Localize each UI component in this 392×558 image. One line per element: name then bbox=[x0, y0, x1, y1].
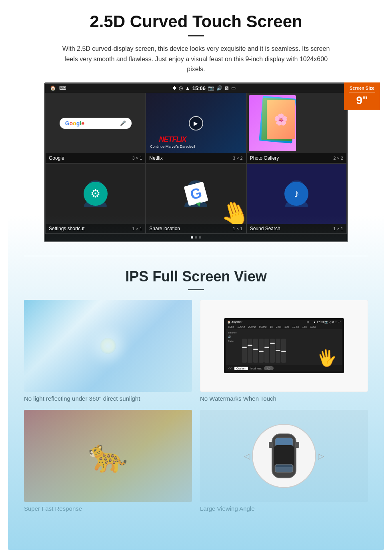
feature-grid: No light reflecting under 360° direct su… bbox=[24, 300, 368, 512]
netflix-branding: NETFLIX Continue Marvel's Daredevil bbox=[150, 135, 195, 149]
camera-icon: 📷 bbox=[208, 85, 214, 91]
google-app-label: Google bbox=[49, 155, 64, 161]
mini-eq-area: Balance 🔊 Fader bbox=[226, 329, 342, 365]
google-logo: Google bbox=[65, 120, 84, 126]
window-icon: ▭ bbox=[231, 85, 236, 91]
gear-icon: ⚙ bbox=[90, 187, 100, 200]
badge-size-number: 9 bbox=[356, 94, 363, 106]
netflix-play-button[interactable]: ▶ bbox=[189, 116, 203, 130]
app-grid-row1: Google 🎤 Google 3 × 1 ▶ bbox=[45, 93, 347, 163]
mini-custom-btn: Custom bbox=[234, 367, 248, 370]
photo-tile-1: 🌸 bbox=[249, 95, 296, 151]
share-thumb: 👤 G 🤚 bbox=[146, 164, 246, 224]
mini-status-bar: 🏠 Amplifier ⊞ ··· ▲ 17:33 📷 ◁ ⊠ ▭ ↩ bbox=[226, 320, 342, 325]
google-thumb: Google 🎤 bbox=[46, 93, 145, 153]
netflix-app-size: 3 × 2 bbox=[233, 156, 243, 161]
eq-slider-3 bbox=[253, 339, 258, 363]
close-icon: ⊠ bbox=[225, 85, 229, 91]
settings-thumb: 👤 ⚙ bbox=[46, 164, 145, 224]
feature-sunlight: No light reflecting under 360° direct su… bbox=[24, 300, 192, 402]
svg-rect-3 bbox=[275, 464, 293, 472]
sound-thumb: 👤 ♪ bbox=[247, 164, 346, 224]
status-bar-left: 🏠 ⌨ bbox=[50, 85, 66, 91]
mic-icon: 🎤 bbox=[120, 120, 126, 126]
ips-section: IPS Full Screen View No light reflecting… bbox=[0, 256, 392, 528]
eq-slider-8 bbox=[281, 339, 286, 363]
location-icon: ◎ bbox=[179, 85, 183, 91]
eq-slider-2 bbox=[248, 339, 252, 363]
wifi-icon: ▲ bbox=[185, 85, 190, 91]
title-divider bbox=[188, 35, 204, 36]
status-bar: 🏠 ⌨ ✱ ◎ ▲ 15:06 📷 🔊 ⊠ ▭ bbox=[45, 84, 347, 93]
svg-rect-2 bbox=[274, 445, 294, 467]
app-cell-netflix[interactable]: ▶ NETFLIX Continue Marvel's Daredevil Ne… bbox=[146, 93, 246, 163]
sunlight-image bbox=[24, 300, 192, 392]
music-icon-circle: ♪ bbox=[284, 182, 308, 206]
google-app-size: 3 × 1 bbox=[132, 156, 142, 161]
mini-freq-bar: 60hz100hz200hz500hz1k2.5k10k12.5k15kSUB bbox=[226, 325, 342, 329]
app-cell-google[interactable]: Google 🎤 Google 3 × 1 bbox=[45, 93, 146, 163]
gallery-app-label: Photo Gallery bbox=[250, 155, 279, 161]
touch-hand-icon: 🖐 bbox=[315, 347, 338, 369]
usb-icon: ⌨ bbox=[59, 85, 66, 91]
badge-label: Screen Size bbox=[349, 86, 375, 90]
netflix-logo: NETFLIX bbox=[150, 135, 195, 144]
watermark-image: 🏠 Amplifier ⊞ ··· ▲ 17:33 📷 ◁ ⊠ ▭ ↩ 60hz… bbox=[200, 300, 368, 392]
netflix-app-label: Netflix bbox=[149, 155, 162, 161]
google-label-row: Google 3 × 1 bbox=[46, 153, 145, 163]
music-note-icon: ♪ bbox=[294, 187, 299, 200]
badge-divider bbox=[349, 92, 375, 92]
eq-slider-5 bbox=[264, 339, 269, 363]
svg-rect-5 bbox=[295, 442, 299, 448]
mini-amplifier-screen: 🏠 Amplifier ⊞ ··· ▲ 17:33 📷 ◁ ⊠ ▭ ↩ 60hz… bbox=[224, 318, 344, 373]
eq-slider-4 bbox=[259, 339, 264, 363]
svg-rect-4 bbox=[269, 442, 273, 448]
car-view-container: ◁ ▷ bbox=[252, 424, 316, 488]
feature-watermark: 🏠 Amplifier ⊞ ··· ▲ 17:33 📷 ◁ ⊠ ▭ ↩ 60hz… bbox=[200, 300, 368, 402]
car-top-svg bbox=[268, 430, 300, 482]
mini-sliders-container: 🖐 bbox=[241, 331, 341, 363]
gallery-thumb: 🌸 bbox=[247, 93, 346, 153]
netflix-subtitle: Continue Marvel's Daredevil bbox=[150, 145, 195, 149]
mini-toggle-btn: ◯ bbox=[264, 366, 274, 370]
google-search-bar[interactable]: Google 🎤 bbox=[60, 118, 132, 129]
badge-size: 9" bbox=[349, 94, 375, 107]
car-circle bbox=[252, 424, 316, 488]
netflix-label-row: Netflix 3 × 2 bbox=[146, 153, 246, 163]
gallery-app-size: 2 × 2 bbox=[333, 156, 343, 161]
volume-icon: 🔊 bbox=[216, 85, 222, 91]
home-icon: 🏠 bbox=[50, 85, 56, 91]
bluetooth-icon: ✱ bbox=[172, 85, 176, 91]
app-cell-gallery[interactable]: 🌸 Photo Gallery 2 × 2 bbox=[246, 93, 347, 163]
section1-desc: With 2.5D curved-display screen, this de… bbox=[56, 44, 336, 74]
angle-arrow-right: ▷ bbox=[318, 451, 324, 461]
eq-slider-6 bbox=[270, 339, 275, 363]
gallery-label-row: Photo Gallery 2 × 2 bbox=[247, 153, 346, 163]
section1-title: 2.5D Curved Touch Screen bbox=[24, 12, 368, 31]
screen-size-badge: Screen Size 9" bbox=[344, 82, 380, 110]
settings-icon-circle: ⚙ bbox=[84, 182, 108, 206]
cheetah-emoji: 🐆 bbox=[88, 437, 128, 475]
netflix-thumb: ▶ NETFLIX Continue Marvel's Daredevil bbox=[146, 93, 246, 153]
mini-labels: Balance 🔊 Fader bbox=[227, 331, 241, 363]
angle-arrow-left: ◁ bbox=[244, 451, 250, 461]
eq-slider-7 bbox=[276, 339, 280, 363]
eq-slider-1 bbox=[242, 339, 247, 363]
badge-unit: " bbox=[362, 94, 368, 106]
status-bar-center: ✱ ◎ ▲ 15:06 📷 🔊 ⊠ ▭ bbox=[172, 85, 236, 91]
time-display: 15:06 bbox=[192, 85, 206, 91]
